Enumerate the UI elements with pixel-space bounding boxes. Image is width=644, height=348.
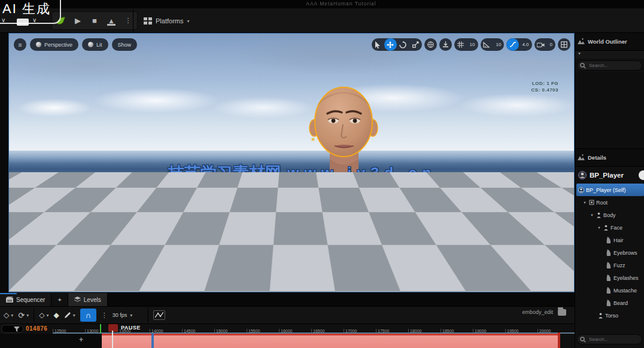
keyframe-settings-dropdown[interactable]: ◇▾	[39, 311, 48, 319]
levels-icon	[74, 297, 81, 303]
search-icon	[580, 63, 586, 69]
separator	[148, 308, 148, 322]
grid-snap-value[interactable]: 10	[467, 42, 478, 47]
ruler-tick: 14500	[182, 329, 214, 334]
curve-editor-button[interactable]	[153, 310, 165, 320]
ruler-tick: 20000	[537, 329, 570, 334]
maximize-viewport-icon[interactable]	[558, 38, 570, 51]
playback-end-marker[interactable]	[558, 332, 560, 348]
select-tool-icon[interactable]	[372, 38, 384, 51]
outliner-searchbox[interactable]	[577, 60, 642, 71]
sequence-asset-icon[interactable]	[558, 309, 566, 316]
expander-caret-icon[interactable]: ▾	[590, 213, 594, 218]
outliner-search-input[interactable]	[588, 62, 639, 69]
selected-section-band[interactable]	[102, 334, 558, 348]
camera-count[interactable]: 0	[547, 42, 555, 47]
details-tab[interactable]: Details	[575, 149, 644, 167]
tab-levels[interactable]: Levels	[68, 293, 108, 306]
kebab-icon[interactable]: ⋮	[123, 14, 133, 28]
lit-sphere-icon	[88, 42, 93, 47]
groom-icon	[606, 262, 612, 268]
outliner-tab[interactable]: World Outliner	[575, 33, 644, 51]
expander-caret-icon[interactable]: ▾	[597, 225, 602, 230]
chevron-down-icon: ▾	[46, 313, 48, 318]
lit-dropdown[interactable]: Lit	[82, 38, 108, 51]
camera-icon[interactable]	[534, 38, 547, 51]
rotation-snap-value[interactable]: 10	[493, 42, 505, 47]
skeletal-mesh-icon	[598, 313, 603, 319]
skeletal-mesh-icon	[603, 225, 609, 231]
tab-sequencer[interactable]: Sequencer	[0, 293, 51, 306]
component-row-body[interactable]: ▾ Body	[575, 209, 644, 221]
skeletal-mesh-icon	[596, 212, 602, 218]
sequence-name[interactable]: embody_edit	[522, 309, 553, 315]
outliner-filter-row[interactable]: ▾	[575, 51, 644, 59]
details-search-input[interactable]	[588, 336, 639, 343]
level-viewport[interactable]: ≡ Perspective Lit Show	[8, 33, 575, 292]
timeline-filter-pill[interactable]	[1, 325, 23, 333]
component-row-mustache[interactable]: Mustache	[575, 284, 644, 297]
playback-start-marker[interactable]	[100, 324, 101, 333]
component-row-hair[interactable]: Hair	[575, 234, 644, 246]
edit-tools-dropdown[interactable]: ▾	[64, 312, 75, 319]
eject-icon[interactable]: ▲	[106, 14, 117, 28]
right-panel: World Outliner ▾ Details BP_Player	[575, 33, 644, 348]
details-searchbox[interactable]	[577, 334, 642, 344]
stats-line2: CS: 0.4703	[531, 87, 558, 93]
expander-caret-icon[interactable]: ▾	[582, 200, 587, 205]
title-bar: AAA MetaHuman Tutorial	[0, 0, 644, 8]
viewport-menu-icon[interactable]: ≡	[14, 38, 26, 51]
camera-perspective-icon	[36, 42, 41, 47]
surface-snap-icon[interactable]	[439, 38, 452, 51]
play-icon[interactable]: ▶	[72, 14, 83, 28]
camera-speed-value[interactable]: 4.0	[519, 42, 531, 47]
autokey-options[interactable]: ⟳▾	[18, 311, 29, 320]
marked-frame-flag[interactable]	[108, 324, 118, 332]
autokey-icon: ⟳	[18, 311, 25, 320]
snap-magnet-button[interactable]: ∩	[80, 309, 96, 322]
show-dropdown[interactable]: Show	[112, 38, 138, 51]
component-icon	[589, 200, 594, 205]
component-label: Body	[603, 212, 616, 218]
component-row-eyebrows[interactable]: Eyebrows	[575, 246, 644, 259]
rotate-tool-icon[interactable]	[397, 38, 409, 51]
fps-dropdown[interactable]: 30 fps ▾	[113, 312, 133, 318]
tab-misc-panel[interactable]: ✦	[51, 293, 68, 306]
component-label: Torso	[605, 313, 618, 319]
window-title: AAA MetaHuman Tutorial	[233, 1, 449, 7]
ai-generated-label: AI 生成	[2, 0, 51, 18]
platforms-dropdown[interactable]: Platforms ▾	[139, 13, 194, 29]
main-toolbar: ▶ ■ ▲ ⋮ Platforms ▾	[0, 8, 644, 33]
sequencer-timeline[interactable]: 014876 125001300013500140001450015000155…	[0, 324, 575, 348]
transform-gizmo[interactable]	[20, 250, 53, 287]
groom-icon	[606, 249, 612, 256]
add-component-button[interactable]	[639, 170, 644, 180]
ruler-tick: 15500	[247, 329, 279, 334]
playhead-line[interactable]	[112, 331, 113, 348]
sequencer-icon	[6, 297, 13, 303]
add-track-icon[interactable]: +	[79, 335, 83, 344]
perspective-dropdown[interactable]: Perspective	[30, 38, 78, 51]
track-header-area[interactable]: +	[0, 334, 102, 348]
component-row-eyelashes[interactable]: Eyelashes	[575, 271, 644, 284]
stop-icon[interactable]: ■	[89, 14, 100, 28]
component-row-torso[interactable]: Torso	[575, 309, 644, 322]
current-frame-value[interactable]: 014876	[26, 325, 47, 332]
keyframe-dropdown[interactable]: ◇▾	[4, 311, 13, 319]
component-row-self[interactable]: BP_Player (Self)	[576, 184, 644, 196]
rotation-snap-icon[interactable]	[481, 38, 493, 51]
component-row-beard[interactable]: Beard	[575, 297, 644, 309]
world-space-icon[interactable]	[424, 38, 437, 51]
component-row-root[interactable]: ▾ Root	[575, 196, 644, 209]
outliner-tree-area[interactable]	[575, 72, 644, 149]
component-row-fuzz[interactable]: Fuzz	[575, 259, 644, 271]
component-row-face[interactable]: ▾ Face	[575, 221, 644, 234]
groom-icon	[606, 287, 612, 294]
filter-funnel-icon	[14, 326, 20, 332]
scale-tool-icon[interactable]	[409, 38, 422, 51]
camera-speed-icon[interactable]	[506, 38, 519, 51]
snap-options-kebab-icon[interactable]: ⋮	[101, 312, 108, 319]
grid-snap-icon[interactable]	[454, 38, 467, 51]
add-keyframe-button[interactable]: ◆	[53, 311, 59, 319]
move-tool-icon[interactable]	[384, 38, 397, 51]
